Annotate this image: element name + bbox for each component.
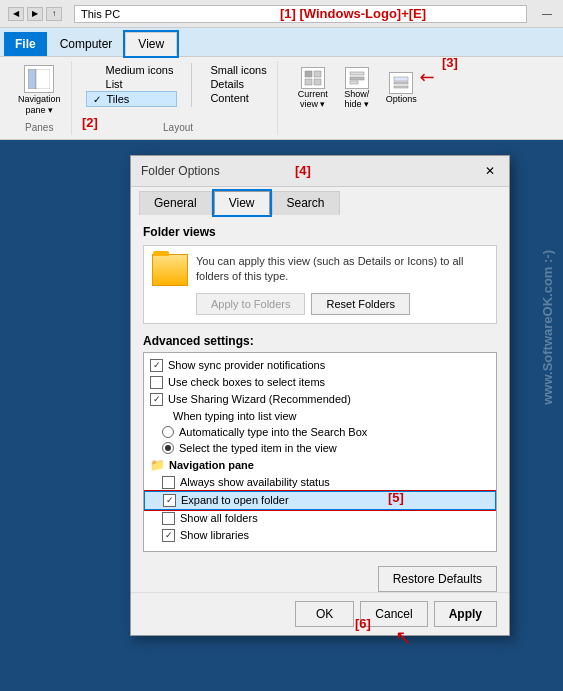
layout-col-left: Medium icons List ✓ Tiles xyxy=(86,63,178,107)
tab-search[interactable]: Search xyxy=(272,191,340,215)
ok-button[interactable]: OK xyxy=(295,601,354,627)
always-show-availability-label: Always show availability status xyxy=(180,476,330,488)
right-buttons: Currentview ▾ Show/hide ▾ xyxy=(292,63,423,113)
current-view-button[interactable]: Currentview ▾ xyxy=(292,63,334,113)
select-typed-label: Select the typed item in the view xyxy=(179,442,337,454)
dialog-footer: OK Cancel Apply xyxy=(131,592,509,635)
show-sync-notifications-item[interactable]: Show sync provider notifications xyxy=(144,357,496,374)
reset-folders-button[interactable]: Reset Folders xyxy=(311,293,409,315)
medium-icons-item[interactable]: Medium icons xyxy=(86,63,178,77)
use-sharing-wizard-item[interactable]: Use Sharing Wizard (Recommended) xyxy=(144,391,496,408)
always-show-availability-item[interactable]: Always show availability status xyxy=(144,474,496,491)
details-item[interactable]: Details xyxy=(206,77,270,91)
auto-type-radio-item[interactable]: Automatically type into the Search Box xyxy=(144,424,496,440)
current-view-icon xyxy=(301,67,325,89)
layout-group: Medium icons List ✓ Tiles Small icons De… xyxy=(80,61,278,135)
settings-list[interactable]: Show sync provider notifications Use che… xyxy=(143,352,497,552)
folder-views-buttons: Apply to Folders Reset Folders xyxy=(196,293,488,315)
use-checkboxes-label: Use check boxes to select items xyxy=(168,376,325,388)
current-view-label: Currentview ▾ xyxy=(298,89,328,109)
show-libraries-label: Show libraries xyxy=(180,529,249,541)
tiles-item[interactable]: ✓ Tiles xyxy=(86,91,178,107)
layout-col-right: Small icons Details Content xyxy=(206,63,270,107)
ribbon-tabs: File Computer View xyxy=(0,28,563,56)
medium-icons-check xyxy=(90,64,102,76)
options-button[interactable]: Options xyxy=(380,68,423,108)
folder-views-description: You can apply this view (such as Details… xyxy=(196,254,488,285)
apply-to-folders-button[interactable]: Apply to Folders xyxy=(196,293,305,315)
auto-type-label: Automatically type into the Search Box xyxy=(179,426,367,438)
footer-restore-row: Restore Defaults xyxy=(131,562,509,592)
show-all-folders-label: Show all folders xyxy=(180,512,258,524)
tiles-check: ✓ xyxy=(91,93,103,105)
folder-views-box: You can apply this view (such as Details… xyxy=(143,245,497,324)
expand-to-open-folder-label: Expand to open folder xyxy=(181,494,289,506)
watermark: www.SoftwareOK.com :-) xyxy=(540,250,555,405)
use-checkboxes-item[interactable]: Use check boxes to select items xyxy=(144,374,496,391)
annotation-5: [5] xyxy=(388,490,404,505)
folder-views-inner: You can apply this view (such as Details… xyxy=(152,254,488,315)
show-all-folders-checkbox[interactable] xyxy=(162,512,175,525)
annotation-1: [1] [Windows-Logo]+[E] xyxy=(280,6,426,21)
small-icons-item[interactable]: Small icons xyxy=(206,63,270,77)
when-typing-header: When typing into list view xyxy=(144,408,496,424)
svg-rect-0 xyxy=(28,69,36,89)
svg-rect-8 xyxy=(350,81,358,84)
use-sharing-wizard-label: Use Sharing Wizard (Recommended) xyxy=(168,393,351,405)
expand-to-open-folder-checkbox[interactable] xyxy=(163,494,176,507)
show-libraries-item[interactable]: Show libraries xyxy=(144,527,496,544)
layout-items: Medium icons List ✓ Tiles Small icons De… xyxy=(86,63,271,107)
list-check xyxy=(90,78,102,90)
navigation-pane-group-header: 📁 Navigation pane xyxy=(144,456,496,474)
svg-rect-7 xyxy=(350,77,364,80)
svg-rect-5 xyxy=(314,79,321,85)
annotation-6: [6] xyxy=(355,616,371,631)
minimize-button[interactable]: — xyxy=(539,7,555,21)
folder-options-dialog: Folder Options ✕ General View Search Fol… xyxy=(130,155,510,636)
layout-label: Layout xyxy=(163,120,193,133)
tab-view[interactable]: View xyxy=(125,32,177,56)
arrow-6-icon: ↙ xyxy=(395,627,412,651)
auto-type-radio[interactable] xyxy=(162,426,174,438)
select-typed-radio-item[interactable]: Select the typed item in the view xyxy=(144,440,496,456)
list-item[interactable]: List xyxy=(86,77,178,91)
folder-icon xyxy=(152,254,188,286)
show-all-folders-item[interactable]: Show all folders xyxy=(144,510,496,527)
annotation-3: [3] xyxy=(442,55,458,70)
show-sync-notifications-checkbox[interactable] xyxy=(150,359,163,372)
panes-group: Navigationpane ▾ Panes xyxy=(8,61,72,135)
always-show-availability-checkbox[interactable] xyxy=(162,476,175,489)
panes-label: Panes xyxy=(25,120,53,133)
back-icon[interactable]: ◀ xyxy=(8,7,24,21)
restore-defaults-button[interactable]: Restore Defaults xyxy=(378,566,497,592)
svg-rect-9 xyxy=(394,77,408,81)
show-hide-label: Show/hide ▾ xyxy=(344,89,369,109)
options-label: Options xyxy=(386,94,417,104)
svg-rect-6 xyxy=(350,72,364,75)
content-item[interactable]: Content xyxy=(206,91,270,105)
folder-views-content: You can apply this view (such as Details… xyxy=(196,254,488,315)
use-sharing-wizard-checkbox[interactable] xyxy=(150,393,163,406)
apply-button[interactable]: Apply xyxy=(434,601,497,627)
select-typed-radio[interactable] xyxy=(162,442,174,454)
folder-views-title: Folder views xyxy=(143,225,497,239)
tab-view-dialog[interactable]: View xyxy=(214,191,270,215)
tab-computer[interactable]: Computer xyxy=(47,32,126,56)
expand-to-open-folder-item[interactable]: Expand to open folder xyxy=(144,491,496,510)
options-icon xyxy=(389,72,413,94)
svg-rect-10 xyxy=(394,82,408,84)
dialog-tabs: General View Search xyxy=(131,187,509,215)
navigation-pane-button[interactable]: Navigationpane ▾ xyxy=(14,63,65,118)
navigation-pane-icon xyxy=(24,65,54,93)
tab-file[interactable]: File xyxy=(4,32,47,56)
use-checkboxes-checkbox[interactable] xyxy=(150,376,163,389)
when-typing-label: When typing into list view xyxy=(173,410,297,422)
dialog-close-button[interactable]: ✕ xyxy=(481,162,499,180)
forward-icon[interactable]: ▶ xyxy=(27,7,43,21)
tab-general[interactable]: General xyxy=(139,191,212,215)
show-libraries-checkbox[interactable] xyxy=(162,529,175,542)
dialog-title: Folder Options xyxy=(141,164,220,178)
show-hide-button[interactable]: Show/hide ▾ xyxy=(338,63,376,113)
annotation-2: [2] xyxy=(82,115,98,130)
up-icon[interactable]: ↑ xyxy=(46,7,62,21)
